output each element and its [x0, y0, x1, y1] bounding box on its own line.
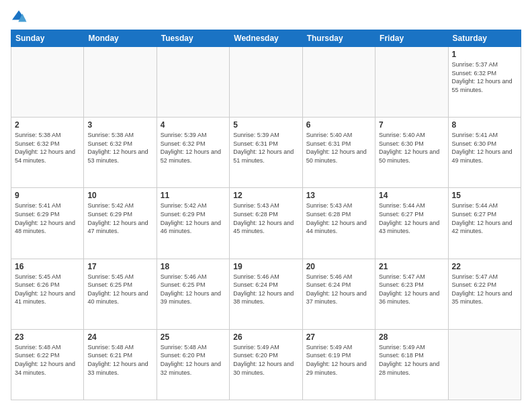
day-info: Sunrise: 5:46 AM Sunset: 6:24 PM Dayligh… — [233, 273, 298, 306]
day-number: 1 — [452, 50, 517, 59]
col-header-tuesday: Tuesday — [157, 30, 229, 47]
calendar-table: SundayMondayTuesdayWednesdayThursdayFrid… — [11, 30, 521, 400]
day-number: 15 — [452, 191, 517, 200]
day-number: 28 — [379, 332, 444, 342]
day-info: Sunrise: 5:48 AM Sunset: 6:22 PM Dayligh… — [15, 343, 80, 377]
calendar-week-2: 9Sunrise: 5:41 AM Sunset: 6:29 PM Daylig… — [11, 188, 521, 259]
calendar-cell: 10Sunrise: 5:42 AM Sunset: 6:29 PM Dayli… — [84, 188, 157, 259]
calendar-cell: 26Sunrise: 5:49 AM Sunset: 6:20 PM Dayli… — [230, 329, 302, 400]
day-info: Sunrise: 5:45 AM Sunset: 6:25 PM Dayligh… — [87, 273, 152, 306]
day-number: 11 — [161, 191, 226, 200]
day-number: 4 — [161, 120, 226, 130]
calendar-cell: 25Sunrise: 5:48 AM Sunset: 6:20 PM Dayli… — [157, 329, 229, 400]
day-number: 27 — [306, 332, 371, 342]
day-info: Sunrise: 5:49 AM Sunset: 6:20 PM Dayligh… — [233, 343, 298, 377]
day-number: 8 — [452, 120, 517, 130]
day-info: Sunrise: 5:44 AM Sunset: 6:27 PM Dayligh… — [379, 201, 444, 235]
calendar-week-4: 23Sunrise: 5:48 AM Sunset: 6:22 PM Dayli… — [11, 329, 521, 400]
day-info: Sunrise: 5:41 AM Sunset: 6:29 PM Dayligh… — [15, 201, 80, 235]
calendar-cell: 3Sunrise: 5:38 AM Sunset: 6:32 PM Daylig… — [84, 118, 157, 188]
day-number: 24 — [87, 332, 152, 342]
day-info: Sunrise: 5:38 AM Sunset: 6:32 PM Dayligh… — [15, 131, 80, 165]
col-header-saturday: Saturday — [448, 30, 521, 47]
calendar-cell: 18Sunrise: 5:46 AM Sunset: 6:25 PM Dayli… — [157, 259, 229, 329]
day-number: 19 — [233, 262, 298, 271]
day-info: Sunrise: 5:40 AM Sunset: 6:31 PM Dayligh… — [306, 131, 371, 165]
col-header-friday: Friday — [375, 30, 448, 47]
calendar-cell — [375, 47, 448, 118]
col-header-thursday: Thursday — [302, 30, 375, 47]
calendar-cell — [302, 47, 375, 118]
day-info: Sunrise: 5:48 AM Sunset: 6:20 PM Dayligh… — [161, 343, 226, 377]
day-info: Sunrise: 5:49 AM Sunset: 6:19 PM Dayligh… — [306, 343, 371, 377]
calendar-cell: 23Sunrise: 5:48 AM Sunset: 6:22 PM Dayli… — [11, 329, 84, 400]
day-number: 22 — [452, 262, 517, 271]
day-number: 17 — [87, 262, 152, 271]
calendar-cell: 11Sunrise: 5:42 AM Sunset: 6:29 PM Dayli… — [157, 188, 229, 259]
day-number: 7 — [379, 120, 444, 130]
calendar-cell: 24Sunrise: 5:48 AM Sunset: 6:21 PM Dayli… — [84, 329, 157, 400]
logo-icon — [11, 9, 27, 23]
calendar-cell: 9Sunrise: 5:41 AM Sunset: 6:29 PM Daylig… — [11, 188, 84, 259]
calendar-cell: 20Sunrise: 5:46 AM Sunset: 6:24 PM Dayli… — [302, 259, 375, 329]
day-number: 16 — [15, 262, 80, 271]
day-info: Sunrise: 5:46 AM Sunset: 6:25 PM Dayligh… — [161, 273, 226, 306]
calendar-cell: 14Sunrise: 5:44 AM Sunset: 6:27 PM Dayli… — [375, 188, 448, 259]
calendar-cell: 8Sunrise: 5:41 AM Sunset: 6:30 PM Daylig… — [448, 118, 521, 188]
page: SundayMondayTuesdayWednesdayThursdayFrid… — [0, 0, 532, 411]
day-number: 14 — [379, 191, 444, 200]
calendar-cell: 16Sunrise: 5:45 AM Sunset: 6:26 PM Dayli… — [11, 259, 84, 329]
day-number: 26 — [233, 332, 298, 342]
calendar-cell: 4Sunrise: 5:39 AM Sunset: 6:32 PM Daylig… — [157, 118, 229, 188]
calendar-header-row: SundayMondayTuesdayWednesdayThursdayFrid… — [11, 30, 521, 47]
day-info: Sunrise: 5:47 AM Sunset: 6:22 PM Dayligh… — [452, 273, 517, 306]
day-info: Sunrise: 5:47 AM Sunset: 6:23 PM Dayligh… — [379, 273, 444, 306]
col-header-monday: Monday — [84, 30, 157, 47]
day-info: Sunrise: 5:43 AM Sunset: 6:28 PM Dayligh… — [233, 201, 298, 235]
day-info: Sunrise: 5:46 AM Sunset: 6:24 PM Dayligh… — [306, 273, 371, 306]
calendar-week-3: 16Sunrise: 5:45 AM Sunset: 6:26 PM Dayli… — [11, 259, 521, 329]
day-info: Sunrise: 5:41 AM Sunset: 6:30 PM Dayligh… — [452, 131, 517, 165]
day-info: Sunrise: 5:39 AM Sunset: 6:31 PM Dayligh… — [233, 131, 298, 165]
calendar-cell: 27Sunrise: 5:49 AM Sunset: 6:19 PM Dayli… — [302, 329, 375, 400]
calendar-cell: 15Sunrise: 5:44 AM Sunset: 6:27 PM Dayli… — [448, 188, 521, 259]
day-number: 23 — [15, 332, 80, 342]
calendar-cell — [230, 47, 302, 118]
header — [11, 11, 521, 24]
day-number: 20 — [306, 262, 371, 271]
calendar-cell: 7Sunrise: 5:40 AM Sunset: 6:30 PM Daylig… — [375, 118, 448, 188]
col-header-wednesday: Wednesday — [230, 30, 302, 47]
calendar-cell: 12Sunrise: 5:43 AM Sunset: 6:28 PM Dayli… — [230, 188, 302, 259]
calendar-cell: 19Sunrise: 5:46 AM Sunset: 6:24 PM Dayli… — [230, 259, 302, 329]
day-info: Sunrise: 5:40 AM Sunset: 6:30 PM Dayligh… — [379, 131, 444, 165]
day-number: 6 — [306, 120, 371, 130]
day-info: Sunrise: 5:44 AM Sunset: 6:27 PM Dayligh… — [452, 201, 517, 235]
calendar-cell: 13Sunrise: 5:43 AM Sunset: 6:28 PM Dayli… — [302, 188, 375, 259]
calendar-cell: 5Sunrise: 5:39 AM Sunset: 6:31 PM Daylig… — [230, 118, 302, 188]
day-number: 3 — [87, 120, 152, 130]
day-number: 21 — [379, 262, 444, 271]
day-info: Sunrise: 5:45 AM Sunset: 6:26 PM Dayligh… — [15, 273, 80, 306]
day-info: Sunrise: 5:48 AM Sunset: 6:21 PM Dayligh… — [87, 343, 152, 377]
day-info: Sunrise: 5:38 AM Sunset: 6:32 PM Dayligh… — [87, 131, 152, 165]
calendar-cell: 21Sunrise: 5:47 AM Sunset: 6:23 PM Dayli… — [375, 259, 448, 329]
calendar-cell — [448, 329, 521, 400]
day-number: 18 — [161, 262, 226, 271]
day-info: Sunrise: 5:42 AM Sunset: 6:29 PM Dayligh… — [161, 201, 226, 235]
day-number: 9 — [15, 191, 80, 200]
day-number: 10 — [87, 191, 152, 200]
logo — [11, 11, 30, 24]
day-number: 13 — [306, 191, 371, 200]
day-number: 5 — [233, 120, 298, 130]
calendar-cell: 22Sunrise: 5:47 AM Sunset: 6:22 PM Dayli… — [448, 259, 521, 329]
day-info: Sunrise: 5:49 AM Sunset: 6:18 PM Dayligh… — [379, 343, 444, 377]
calendar-cell: 28Sunrise: 5:49 AM Sunset: 6:18 PM Dayli… — [375, 329, 448, 400]
calendar-cell: 2Sunrise: 5:38 AM Sunset: 6:32 PM Daylig… — [11, 118, 84, 188]
calendar-cell: 17Sunrise: 5:45 AM Sunset: 6:25 PM Dayli… — [84, 259, 157, 329]
day-info: Sunrise: 5:42 AM Sunset: 6:29 PM Dayligh… — [87, 201, 152, 235]
day-number: 25 — [161, 332, 226, 342]
calendar-cell: 1Sunrise: 5:37 AM Sunset: 6:32 PM Daylig… — [448, 47, 521, 118]
day-info: Sunrise: 5:39 AM Sunset: 6:32 PM Dayligh… — [161, 131, 226, 165]
calendar-week-1: 2Sunrise: 5:38 AM Sunset: 6:32 PM Daylig… — [11, 118, 521, 188]
calendar-cell — [11, 47, 84, 118]
